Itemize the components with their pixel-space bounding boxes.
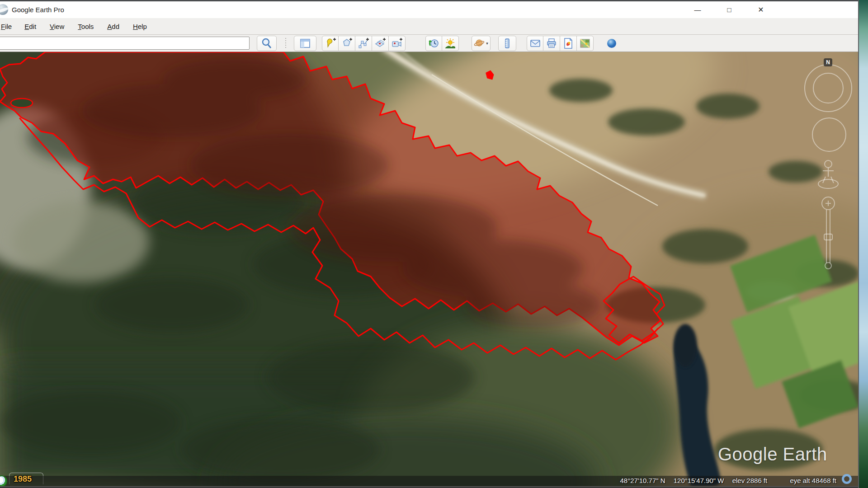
zoom-slider [822,194,835,269]
google-earth-watermark: Google Earth [718,444,827,465]
placemark-icon [325,38,336,49]
polygon-icon [341,38,353,49]
image-overlay-icon [374,38,386,49]
compass-north-label[interactable]: N [824,58,832,66]
look-ring [805,65,852,112]
save-image-icon [562,38,574,49]
menu-edit[interactable]: Edit [20,20,41,33]
sunlight-button[interactable] [442,36,459,51]
historical-imagery-icon [428,38,440,49]
status-latitude: 48°27'10.77" N [620,477,665,484]
status-bar: 48°27'10.77" N 120°15'47.90" W elev 2886… [0,476,858,486]
search-icon [261,38,273,49]
status-elevation: elev 2886 ft [732,477,768,484]
time-sun-group [425,36,459,51]
screen: N Google Earth 1985 48°27'10.77" N 120°1… [0,0,868,488]
share-tools-group [527,36,594,51]
ruler-button[interactable] [498,36,516,51]
menu-view[interactable]: View [45,20,69,33]
toolbar-separator [285,38,286,49]
save-image-button[interactable] [560,36,577,51]
status-eye-altitude: eye alt 48468 ft [790,477,836,484]
path-icon [358,38,369,49]
add-image-overlay-button[interactable] [372,36,389,51]
maximize-button[interactable]: □ [713,1,745,18]
earth-sphere-icon [606,38,618,49]
status-readout: 48°27'10.77" N 120°15'47.90" W elev 2886… [613,477,836,484]
streaming-progress-icon [842,474,852,484]
planets-button[interactable]: ▾ [472,36,491,51]
toolbar: ▾ [0,35,858,52]
historical-imagery-button[interactable] [425,36,442,51]
search-button[interactable] [257,36,277,51]
menu-help[interactable]: Help [128,20,151,33]
print-icon [546,38,557,49]
print-button[interactable] [543,36,560,51]
add-path-button[interactable] [355,36,372,51]
saturn-icon [474,38,486,49]
close-button[interactable]: ✕ [745,1,777,18]
menu-tools[interactable]: Tools [73,20,98,33]
record-tour-button[interactable] [389,36,406,51]
add-polygon-button[interactable] [339,36,355,51]
sidebar-toggle-button[interactable] [294,36,316,51]
window-right-border [858,0,859,488]
create-tools-group [322,36,406,51]
menu-bar: File Edit View Tools Add Help [0,18,858,35]
imagery-year-label: 1985 [14,474,32,484]
google-earth-app-icon [0,4,8,15]
minimize-button[interactable]: — [682,1,713,18]
menu-add[interactable]: Add [103,20,124,33]
title-bar[interactable]: Google Earth Pro — □ ✕ [0,1,858,18]
move-joystick [812,118,846,151]
email-button[interactable] [527,36,543,51]
google-maps-icon [579,38,591,49]
window-title: Google Earth Pro [12,6,64,14]
look-ring-inner [813,73,843,103]
record-tour-icon [391,38,403,49]
satellite-imagery [0,52,858,486]
pegman-icon [818,160,838,188]
search-input[interactable] [0,37,250,50]
ruler-icon [501,38,513,49]
navigation-controls[interactable] [799,54,858,271]
window-bottom-edge [0,486,858,488]
screen-top-edge [0,0,868,1]
status-longitude: 120°15'47.90" W [674,477,724,484]
sunlight-icon [444,38,456,49]
menu-file[interactable]: File [0,20,16,33]
add-placemark-button[interactable] [322,36,339,51]
email-icon [529,38,541,49]
planets-dropdown-icon: ▾ [486,41,488,46]
earth-web-button[interactable] [602,36,621,51]
view-in-maps-button[interactable] [577,36,594,51]
map-viewport[interactable] [0,52,858,486]
sidebar-icon [299,38,311,49]
desktop-background [859,0,868,488]
